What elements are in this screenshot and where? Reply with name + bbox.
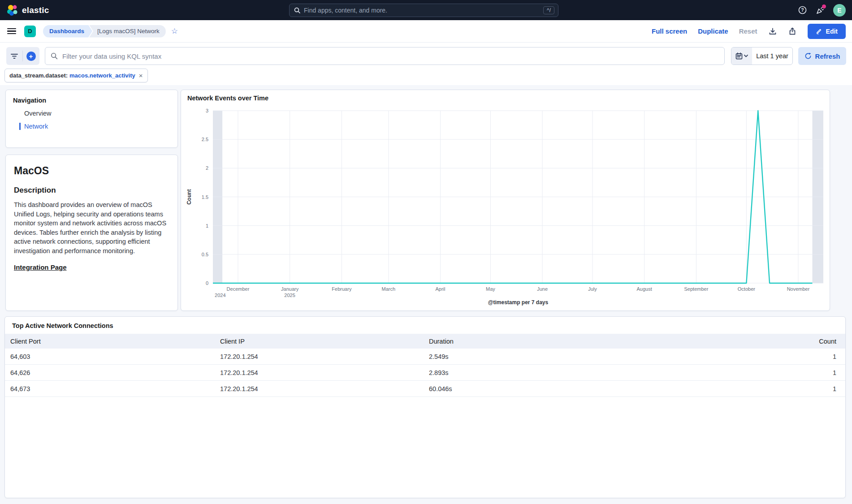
table-cell: 64,603 <box>5 353 215 360</box>
time-range-value[interactable]: Last 1 year <box>752 47 792 65</box>
chevron-down-icon <box>744 55 748 57</box>
svg-text:2024: 2024 <box>215 293 225 298</box>
news-icon[interactable] <box>815 5 825 15</box>
svg-text:@timestamp per 7 days: @timestamp per 7 days <box>488 299 549 306</box>
search-icon <box>51 52 58 60</box>
table-cell: 1 <box>737 369 845 376</box>
filter-pill-field: data_stream.dataset: <box>9 72 68 79</box>
calendar-icon <box>735 52 743 60</box>
star-icon[interactable]: ☆ <box>171 27 178 35</box>
table-panel-title: Top Active Network Connections <box>12 322 113 329</box>
svg-text:0: 0 <box>206 280 208 286</box>
integration-page-link[interactable]: Integration Page <box>14 263 67 271</box>
toolbar-actions: Full screen Duplicate Reset <box>652 24 846 39</box>
table-cell: 172.20.1.254 <box>215 385 424 392</box>
search-icon <box>294 7 300 13</box>
svg-text:3: 3 <box>206 108 208 113</box>
help-icon[interactable]: ? <box>797 5 807 15</box>
search-shortcut-kbd: ^/ <box>543 6 554 14</box>
svg-text:September: September <box>684 286 709 292</box>
navigation-panel-title: Navigation <box>13 97 170 104</box>
table-cell: 2.549s <box>424 353 737 360</box>
svg-text:2.5: 2.5 <box>202 137 208 142</box>
pencil-icon <box>816 28 822 34</box>
duplicate-button[interactable]: Duplicate <box>698 27 728 35</box>
user-avatar[interactable]: E <box>833 4 846 17</box>
connections-table-panel: Top Active Network Connections Client Po… <box>4 316 846 498</box>
svg-text:2025: 2025 <box>284 293 295 298</box>
svg-text:0.5: 0.5 <box>202 252 208 257</box>
dashboard-toolbar: D Dashboards [Logs macOS] Network ☆ Full… <box>0 20 852 43</box>
svg-text:2: 2 <box>206 165 208 171</box>
macos-info-panel: MacOS Description This dashboard provide… <box>5 155 178 311</box>
nav-item-network[interactable]: Network <box>19 123 170 130</box>
breadcrumb-dashboards[interactable]: Dashboards <box>43 25 92 38</box>
connections-table: Client PortClient IPDurationCount 64,603… <box>5 334 845 397</box>
query-bar: + Last 1 year <box>0 43 852 85</box>
filter-pill[interactable]: data_stream.dataset: macos.network_activ… <box>4 69 148 82</box>
column-header[interactable]: Client Port <box>5 338 215 345</box>
brand-name: elastic <box>22 5 49 15</box>
reset-button[interactable]: Reset <box>739 27 757 35</box>
edit-button-label: Edit <box>826 28 838 35</box>
svg-text:March: March <box>382 286 396 292</box>
svg-text:July: July <box>588 286 597 292</box>
svg-text:February: February <box>332 286 352 292</box>
global-search[interactable]: ^/ <box>289 4 558 17</box>
kql-query-input[interactable] <box>62 52 719 60</box>
column-header[interactable]: Count <box>737 338 845 345</box>
nav-item-overview[interactable]: Overview <box>19 110 170 117</box>
column-header[interactable]: Client IP <box>215 338 424 345</box>
global-search-input[interactable] <box>304 7 543 14</box>
header-actions: ? E <box>797 0 846 20</box>
space-badge[interactable]: D <box>24 26 36 37</box>
table-row: 64,603172.20.1.2542.549s1 <box>5 349 845 365</box>
refresh-icon <box>804 52 812 60</box>
svg-text:June: June <box>537 286 548 292</box>
elastic-logo[interactable]: elastic <box>6 4 49 16</box>
svg-text:1.5: 1.5 <box>202 194 208 200</box>
global-header: elastic ^/ ? <box>0 0 852 20</box>
share-icon[interactable] <box>788 27 797 36</box>
breadcrumb: Dashboards [Logs macOS] Network <box>43 25 166 38</box>
full-screen-button[interactable]: Full screen <box>652 27 687 35</box>
table-body: 64,603172.20.1.2542.549s164,626172.20.1.… <box>5 349 845 397</box>
kql-query-bar[interactable] <box>45 47 725 65</box>
dashboard-content: Navigation Overview Network MacOS Descri… <box>0 85 852 504</box>
svg-text:1: 1 <box>206 223 208 228</box>
info-panel-description: This dashboard provides an overview of m… <box>14 200 169 255</box>
table-cell: 1 <box>737 385 845 392</box>
refresh-button-label: Refresh <box>815 52 840 60</box>
plus-circle-icon: + <box>26 52 36 61</box>
table-cell: 64,673 <box>5 385 215 392</box>
info-panel-title: MacOS <box>14 165 169 177</box>
svg-text:Count: Count <box>186 189 192 205</box>
table-header-row: Client PortClient IPDurationCount <box>5 334 845 349</box>
time-range-picker: Last 1 year <box>731 47 793 65</box>
table-cell: 172.20.1.254 <box>215 369 424 376</box>
svg-text:October: October <box>738 286 755 292</box>
filter-icon[interactable] <box>6 47 22 65</box>
table-row: 64,626172.20.1.2542.893s1 <box>5 365 845 381</box>
svg-text:?: ? <box>801 7 804 13</box>
add-filter-button[interactable]: + <box>23 47 39 65</box>
download-icon[interactable] <box>768 27 777 36</box>
svg-text:May: May <box>486 286 495 292</box>
table-row: 64,673172.20.1.25460.046s1 <box>5 381 845 397</box>
column-header[interactable]: Duration <box>424 338 737 345</box>
calendar-dropdown[interactable] <box>731 47 752 65</box>
table-cell: 2.893s <box>424 369 737 376</box>
info-panel-heading: Description <box>14 186 169 195</box>
navigation-panel: Navigation Overview Network <box>5 90 178 148</box>
svg-text:August: August <box>637 286 652 292</box>
menu-icon[interactable] <box>7 28 16 34</box>
filter-pill-value: macos.network_activity <box>69 72 135 79</box>
breadcrumb-current[interactable]: [Logs macOS] Network <box>89 25 166 38</box>
elastic-logo-icon <box>6 4 18 16</box>
refresh-button[interactable]: Refresh <box>798 47 846 65</box>
table-cell: 1 <box>737 353 845 360</box>
table-cell: 60.046s <box>424 385 737 392</box>
close-icon[interactable]: × <box>139 72 143 79</box>
svg-text:January: January <box>281 286 299 292</box>
edit-button[interactable]: Edit <box>808 24 846 39</box>
